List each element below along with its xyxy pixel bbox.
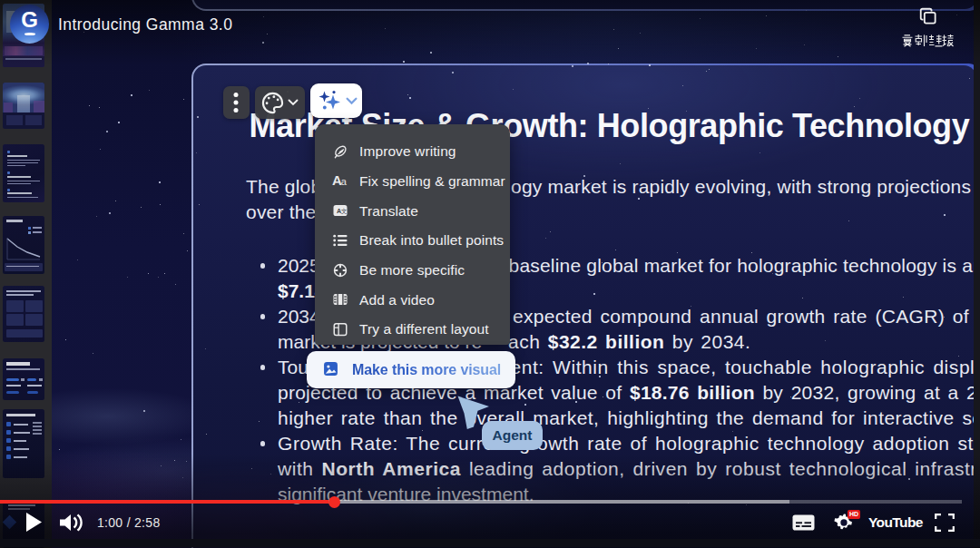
svg-text:文: 文 — [341, 208, 348, 214]
